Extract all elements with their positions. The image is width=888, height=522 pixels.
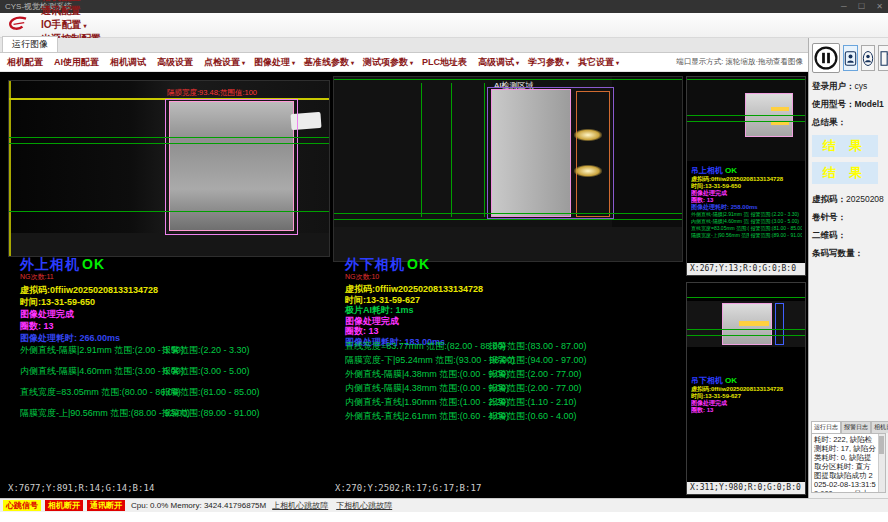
total-result-boxes: 结 果 结 果 [809, 135, 888, 184]
pause-button[interactable] [812, 43, 840, 73]
alarm-range-text: 报警范围:(1.10 - 2.10) [489, 396, 577, 409]
chevron-down-icon: ▾ [516, 59, 519, 66]
info-line: 图像处理完成 [691, 400, 803, 407]
toolbar-button[interactable]: 图像处理▾ [254, 56, 295, 69]
chevron-down-icon: ▾ [351, 59, 354, 66]
toolbar-button-label: 学习参数 [528, 56, 564, 69]
field-row: 二维码： [812, 230, 885, 242]
info-line: 图像处理完成 [345, 316, 483, 327]
alarm-range-text: 报警范围:(81.00 - 85.00) [750, 225, 802, 232]
measure-text: 外侧直线-直线|2.61mm 范围:(0.60 - 4.00) [345, 410, 509, 423]
defect-highlight-1 [574, 129, 602, 141]
menu-item-label: 通讯配置 [41, 4, 81, 18]
baseline-green-2 [687, 121, 805, 122]
baseline-green-2 [687, 335, 805, 336]
exit-button[interactable] [878, 45, 888, 71]
camera-view-outer-lower[interactable]: AI检测区域 [333, 76, 683, 262]
status-ok: OK [82, 256, 105, 272]
result-text-hang-upper: 吊上相机OK 虚拟码:0ffiiw20250208133134728时间:13-… [691, 165, 803, 239]
field-row: 总结果： [812, 117, 885, 129]
cpu-memory-readout: Cpu: 0.0% Memory: 3424.41796875M [131, 501, 266, 510]
baseline-vertical-2 [451, 83, 452, 217]
operator-button[interactable] [861, 45, 875, 71]
chevron-down-icon: ▾ [84, 22, 87, 29]
status-ok: OK [725, 166, 737, 175]
toolbar-button[interactable]: 点检设置▾ [204, 56, 245, 69]
info-line: 图像处理耗时: 258.00ms [691, 204, 803, 211]
log-tab[interactable]: 相机日志 [871, 421, 888, 433]
toolbar-button[interactable]: AI使用配置 [54, 56, 101, 69]
toolbar-button[interactable]: 相机配置 [7, 56, 45, 69]
info-line: 虚拟码:0ffiiw20250208133134728 [20, 284, 158, 296]
info-lines-right: 虚拟码:0ffiiw20250208133134728时间:13-31-59-6… [345, 284, 483, 347]
status-ok: OK [725, 376, 737, 385]
measure-text: 外侧直线-隔膜|4.38mm 范围:(0.00 - 9.00) [345, 368, 509, 381]
menu-bar: 系统配置 相机配置 通讯配置 IO手配置▾ 光源控制配置▾ 查看▾ 系统语言切换 [0, 13, 888, 38]
toolbar-button[interactable]: 基准线参数▾ [304, 56, 354, 69]
info-line: 时间:13-31-59-627 [691, 393, 803, 400]
title-bar: CYS-视觉检测系统 ─ ☐ ✕ [0, 0, 888, 13]
alarm-range-text: 报警范围:(2.00 - 77.00) [489, 368, 582, 381]
toolbar-button-label: 基准线参数 [304, 56, 349, 69]
toolbar-button-label: 测试项参数 [363, 56, 408, 69]
toolbar-button[interactable]: PLC地址表 [422, 56, 469, 69]
code-fields: 虚拟码：20250208 卷针号： 二维码： 条码写数量： [809, 189, 888, 260]
field-label: 条码写数量： [812, 248, 863, 258]
pause-icon [813, 45, 839, 71]
baseline-green-3 [9, 211, 329, 212]
maximize-icon[interactable]: ☐ [858, 2, 865, 11]
field-value: 20250208 [846, 194, 884, 204]
status-badges: 心跳信号相机断开通讯断开 [3, 500, 125, 511]
measurement-row: 隔膜宽度-上|90.56mm 范围:(88.00 - 92.00) 报警范围:(… [691, 232, 803, 239]
toolbar-button[interactable]: 学习参数▾ [528, 56, 569, 69]
field-label: 使用型号： [812, 99, 855, 109]
roi-rect-pink [165, 99, 298, 235]
machine-shadow [612, 77, 683, 227]
toolbar-button[interactable]: 高级调试▾ [478, 56, 519, 69]
camera-view-outer-upper[interactable]: 隔膜宽度:93.48;范围值:100 [8, 80, 330, 257]
login-user-button[interactable] [843, 45, 858, 71]
pixel-coords-hang-upper: X:267;Y:13;R:0;G:0;B:0 [687, 263, 805, 275]
camera-view-hang-upper[interactable] [687, 77, 805, 161]
status-badge: 心跳信号 [3, 500, 41, 511]
scrollbar-thumb[interactable] [879, 436, 884, 454]
field-row: 登录用户：cys [812, 81, 885, 93]
fault-link[interactable]: 上相机心跳故障 [272, 500, 328, 511]
alarm-range-text: 报警范围:(2.20 - 3.30) [162, 344, 250, 357]
measurement-rows-mini: 外侧直线-隔膜|2.91mm 范围:(2.00 - 3.50) 报警范围:(2.… [691, 211, 803, 239]
menu-item[interactable]: 通讯配置 [41, 4, 106, 18]
log-tabs: 运行日志 报警日志 相机日志 [811, 421, 886, 433]
close-icon[interactable]: ✕ [876, 2, 883, 11]
pixel-coords-right: X:270;Y:2502;R:17;G:17;B:17 [335, 483, 481, 493]
pixel-coords-hang-lower: X:311;Y:980;R:0;G:0;B:0 [687, 482, 805, 494]
info-lines-mini: 虚拟码:0ffiiw20250208133134728时间:13-31-59-6… [691, 386, 803, 414]
camera-view-hang-lower[interactable] [687, 301, 805, 347]
log-tab[interactable]: 运行日志 [811, 421, 841, 433]
field-label: 卷针号： [812, 212, 846, 222]
toolbar-button[interactable]: 其它设置▾ [578, 56, 619, 69]
field-value: Model1 [855, 99, 884, 109]
baseline-green-1 [687, 115, 805, 116]
toolbar-button[interactable]: 高级设置 [157, 56, 195, 69]
measure-text: 直线宽度=83.05mm 范围:(80.00 - 86.00) [20, 386, 181, 399]
fault-link[interactable]: 下相机心跳故障 [336, 500, 392, 511]
info-line: 时间:13-31-59-650 [20, 296, 158, 308]
camera-name: 外上相机 [20, 256, 80, 272]
log-tab[interactable]: 报警日志 [841, 421, 871, 433]
status-bar: 心跳信号相机断开通讯断开 Cpu: 0.0% Memory: 3424.4179… [0, 498, 888, 512]
toolbar-button[interactable]: 测试项参数▾ [363, 56, 413, 69]
sidebar-buttons [809, 38, 888, 76]
alarm-range-text: 报警范围:(83.00 - 87.00) [489, 340, 587, 353]
menu-item[interactable]: IO手配置▾ [41, 18, 106, 32]
minimize-icon[interactable]: ─ [841, 2, 847, 11]
toolbar-button[interactable]: 相机调试 [110, 56, 148, 69]
tab-run-image[interactable]: 运行图像 [2, 36, 58, 52]
window-title: CYS-视觉检测系统 [5, 0, 832, 13]
user-card-icon [844, 49, 857, 68]
log-area: 运行日志 报警日志 相机日志 耗时: 222, 缺陷检测耗时: 17, 缺陷分类… [811, 421, 886, 493]
log-scrollbar[interactable] [878, 434, 885, 492]
alarm-range-text: 报警范围:(94.00 - 97.00) [489, 354, 587, 367]
toolbar-button-label: 高级设置 [157, 56, 193, 69]
measure-text: 内侧直线-隔膜|4.38mm 范围:(0.00 - 9.00) [345, 382, 509, 395]
chevron-down-icon: ▾ [616, 59, 619, 66]
